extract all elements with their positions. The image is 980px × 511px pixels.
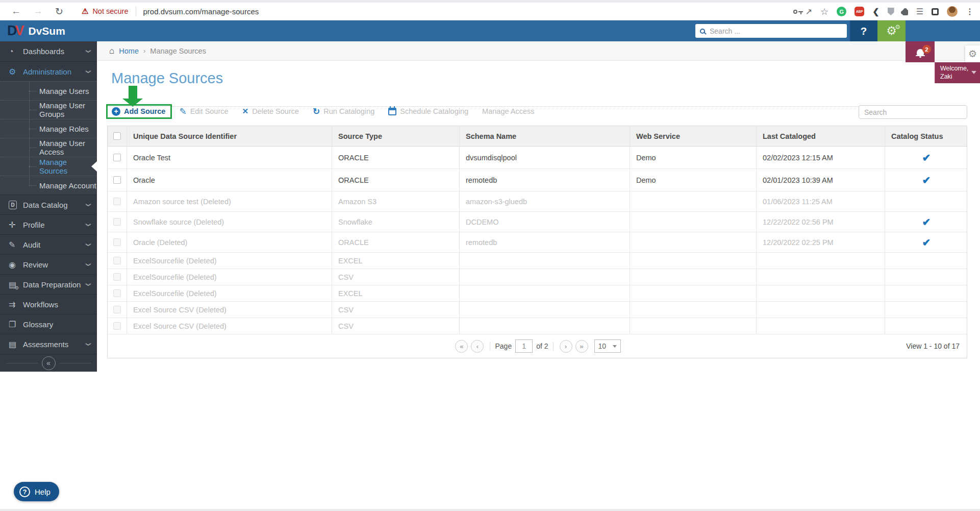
column-header: Catalog Status	[885, 126, 968, 146]
user-menu[interactable]: Welcome, Zaki	[935, 62, 980, 83]
kebab-menu-icon[interactable]: ⋮	[966, 7, 974, 16]
chevron-down-icon	[613, 345, 617, 348]
delete-source-button[interactable]: ✕Delete Source	[242, 107, 299, 116]
sidebar-item-audit[interactable]: ✎Audit❯	[0, 234, 97, 254]
sidebar-item-manage-sources[interactable]: Manage Sources	[0, 157, 97, 176]
audit-icon: ✎	[9, 240, 23, 250]
schedule-cataloging-label: Schedule Cataloging	[400, 107, 468, 115]
sidebar-item-label: Audit	[23, 240, 40, 249]
shield-icon[interactable]	[888, 8, 894, 15]
cell-catalog-status	[885, 269, 968, 285]
run-cataloging-button[interactable]: ↻Run Cataloging	[313, 106, 374, 117]
sidebar-item-dashboards[interactable]: ◔Dashboards❯	[0, 41, 97, 61]
grammarly-icon[interactable]: G	[837, 7, 846, 16]
dashboard-icon: ◔	[9, 47, 23, 56]
puzzle-icon[interactable]	[902, 8, 908, 15]
table-row[interactable]: Snowflake source (Deleted)SnowflakeDCDEM…	[108, 212, 967, 232]
table-row[interactable]: ExcelSourcefile (Deleted)CSV	[108, 269, 967, 285]
key-icon[interactable]	[793, 10, 797, 14]
sidebar-item-review[interactable]: ◉Review❯	[0, 254, 97, 274]
help-button[interactable]: ?	[850, 20, 877, 41]
cell-last-cataloged	[757, 302, 885, 318]
browser-back-icon[interactable]: ←	[11, 6, 21, 17]
row-checkbox	[113, 306, 121, 313]
page-number-input[interactable]	[515, 339, 533, 353]
square-icon[interactable]	[932, 8, 939, 15]
cell-web-service	[630, 302, 757, 318]
page-settings-gear-button[interactable]: ⚙	[965, 45, 980, 62]
sidebar-item-data-preparation[interactable]: ▤⚙Data Preparation❯	[0, 274, 97, 294]
add-source-button[interactable]: +Add Source	[112, 107, 165, 116]
cell-web-service	[630, 269, 757, 285]
logo-text: DvSum	[29, 25, 65, 37]
table-row[interactable]: ExcelSourcefile (Deleted)EXCEL	[108, 253, 967, 269]
sidebar-item-manage-account[interactable]: Manage Account	[0, 176, 97, 194]
sidebar-item-administration[interactable]: ⚙Administration❯	[0, 61, 97, 81]
sidebar: ◔Dashboards❯⚙Administration❯Manage Users…	[0, 41, 97, 372]
global-search[interactable]	[695, 24, 847, 38]
home-icon[interactable]: ⌂	[109, 46, 114, 56]
dvsum-logo[interactable]: D V DvSum	[7, 20, 65, 41]
page-size-select[interactable]: 10	[594, 339, 621, 353]
schedule-cataloging-button[interactable]: Schedule Cataloging	[388, 107, 468, 115]
sidebar-item-profile[interactable]: ✛Profile❯	[0, 214, 97, 234]
profile-avatar[interactable]	[947, 6, 958, 17]
breadcrumb-home-link[interactable]: Home	[119, 47, 139, 55]
cell-last-cataloged	[757, 253, 885, 269]
table-search-input[interactable]	[859, 105, 967, 119]
help-widget-button[interactable]: ? Help	[14, 482, 59, 501]
cell-select	[108, 232, 127, 252]
table-row[interactable]: Excel Source CSV (Deleted)CSV	[108, 302, 967, 318]
table-row[interactable]: Amazon source test (Deleted)Amazon S3ama…	[108, 191, 967, 212]
sidebar-collapse-button[interactable]: «	[0, 354, 97, 372]
playlist-icon[interactable]: ☰	[916, 7, 923, 16]
next-page-button[interactable]: ›	[560, 340, 572, 353]
global-search-input[interactable]	[709, 27, 842, 36]
first-page-button[interactable]: «	[455, 340, 468, 353]
row-checkbox	[113, 289, 121, 297]
table-row[interactable]: OracleORACLEremotedbDemo02/01/2023 10:39…	[108, 169, 967, 191]
notifications-button[interactable]: 2	[906, 41, 935, 62]
cell-catalog-status	[885, 285, 968, 301]
sidebar-item-workflows[interactable]: ⇉Workflows	[0, 294, 97, 314]
page-title: Manage Sources	[111, 70, 223, 87]
row-checkbox[interactable]	[113, 176, 121, 184]
annotation-arrow-head	[122, 99, 143, 107]
address-bar[interactable]: ⚠ Not secure prod.dvsum.com/manage-sourc…	[82, 7, 259, 16]
table-row[interactable]: ExcelSourcefile (Deleted)EXCEL	[108, 285, 967, 302]
column-header: Unique Data Source Identifier	[127, 126, 332, 146]
sidebar-item-glossary[interactable]: ❐Glossary	[0, 314, 97, 334]
cell-catalog-status	[885, 318, 968, 334]
sidebar-item-manage-user-groups[interactable]: Manage User Groups	[0, 100, 97, 119]
cell-identifier: Oracle Test	[127, 147, 332, 168]
table-row[interactable]: Excel Source CSV (Deleted)CSV	[108, 318, 967, 334]
browser-reload-icon[interactable]: ↻	[55, 6, 63, 17]
run-cataloging-label: Run Cataloging	[323, 107, 374, 115]
cell-catalog-status: ✔	[885, 232, 968, 252]
cell-last-cataloged: 02/01/2023 10:39 AM	[757, 169, 885, 191]
sidebar-item-assessments[interactable]: ▤Assessments❯	[0, 334, 97, 354]
table-row[interactable]: Oracle (Deleted)ORACLEremotedb12/20/2022…	[108, 232, 967, 253]
manage-access-button[interactable]: Manage Access	[482, 107, 534, 115]
clickup-icon[interactable]: ❮	[872, 7, 879, 16]
sidebar-item-data-catalog[interactable]: DData Catalog❯	[0, 194, 97, 214]
adblock-icon[interactable]: ABP	[855, 7, 864, 16]
browser-toolbar: ← → ↻ ⚠ Not secure prod.dvsum.com/manage…	[0, 3, 980, 20]
edit-source-button[interactable]: ✎Edit Source	[179, 106, 228, 117]
table-row[interactable]: Oracle TestORACLEdvsumdisqlpoolDemo02/02…	[108, 147, 967, 169]
prev-page-button[interactable]: ‹	[471, 340, 484, 353]
row-checkbox[interactable]	[113, 154, 121, 161]
sidebar-item-manage-roles[interactable]: Manage Roles	[0, 119, 97, 138]
sidebar-item-manage-user-access[interactable]: Manage User Access	[0, 138, 97, 157]
sidebar-item-manage-users[interactable]: Manage Users	[0, 81, 97, 100]
refresh-icon: ↻	[313, 106, 320, 117]
last-page-button[interactable]: »	[575, 340, 588, 353]
browser-forward-icon[interactable]: →	[33, 6, 43, 17]
username-label: Zaki	[940, 73, 952, 81]
share-icon[interactable]: ↗	[806, 7, 812, 16]
star-icon[interactable]: ☆	[820, 6, 828, 17]
column-header: Last Cataloged	[757, 126, 885, 146]
settings-gears-button[interactable]: ⚙⚙	[877, 20, 906, 41]
select-all-checkbox[interactable]	[113, 132, 121, 140]
review-icon: ◉	[9, 260, 23, 270]
